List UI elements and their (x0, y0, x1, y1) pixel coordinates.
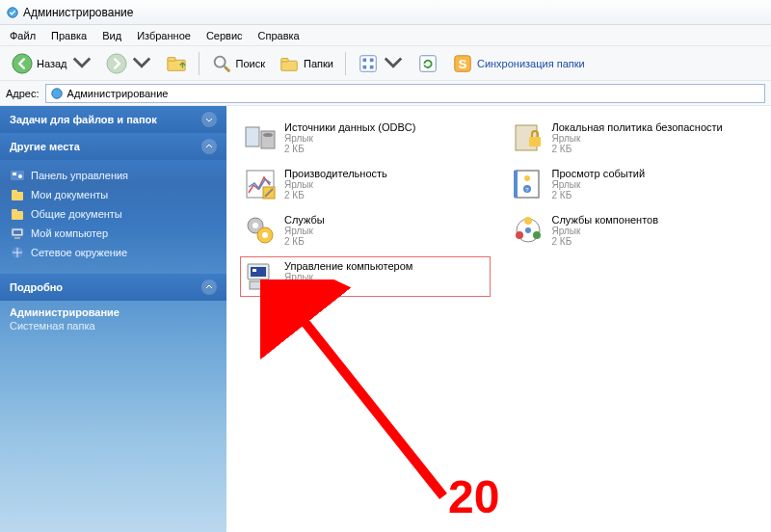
performance-icon (244, 168, 277, 200)
file-item-services[interactable]: Службы Ярлык 2 КБ (240, 210, 491, 251)
tasks-panel-header[interactable]: Задачи для файлов и папок (0, 106, 226, 133)
address-input[interactable]: Администрирование (45, 84, 765, 103)
places-panel-title: Другие места (10, 141, 80, 152)
svg-point-48 (525, 227, 531, 233)
svg-rect-35 (516, 171, 539, 198)
menu-help[interactable]: Справка (251, 27, 307, 44)
sidebar-item-label: Мой компьютер (31, 227, 108, 239)
file-type: Ярлык (284, 272, 412, 282)
file-item-component-services[interactable]: Службы компонентов Ярлык 2 КБ (508, 210, 758, 251)
file-size: 2 КБ (552, 144, 723, 154)
sidebar-item-my-computer[interactable]: Мой компьютер (10, 224, 217, 243)
sidebar-item-network[interactable]: Сетевое окружение (10, 243, 217, 262)
svg-point-1 (13, 53, 32, 72)
back-icon (12, 53, 33, 74)
forward-button[interactable] (100, 50, 158, 77)
svg-rect-12 (370, 65, 374, 68)
network-icon (10, 245, 25, 260)
toolbar: Назад Поиск Папки S Синхронизация папки (0, 46, 771, 81)
svg-rect-22 (12, 211, 23, 220)
svg-rect-11 (362, 65, 366, 68)
back-label: Назад (37, 58, 67, 69)
sidebar-item-label: Общие документы (31, 208, 122, 220)
file-item-security-policy[interactable]: Локальная политика безопасности Ярлык 2 … (508, 118, 758, 158)
svg-point-30 (263, 133, 273, 137)
svg-point-43 (262, 232, 268, 238)
forward-icon (106, 53, 127, 74)
menu-file[interactable]: Файл (2, 27, 43, 44)
admin-tools-icon (50, 87, 64, 100)
address-value: Администрирование (67, 88, 169, 99)
refresh-button[interactable] (412, 50, 444, 77)
svg-rect-20 (12, 192, 23, 200)
computer-management-icon (244, 260, 277, 293)
file-item-computer-management[interactable]: Управление компьютером Ярлык 2 КБ (240, 256, 491, 297)
svg-rect-9 (362, 58, 366, 62)
sidebar-item-shared-documents[interactable]: Общие документы (10, 204, 217, 224)
address-label: Адрес: (6, 88, 40, 99)
file-name: Локальная политика безопасности (552, 121, 723, 133)
sidebar: Задачи для файлов и папок Другие места П… (0, 106, 226, 532)
svg-rect-10 (370, 58, 374, 62)
file-item-performance[interactable]: Производительность Ярлык 2 КБ (240, 164, 491, 204)
menu-bar: Файл Правка Вид Избранное Сервис Справка (0, 25, 771, 46)
places-panel-header[interactable]: Другие места (0, 133, 226, 160)
odbc-icon (244, 121, 277, 154)
svg-rect-18 (13, 173, 16, 175)
svg-point-47 (533, 231, 541, 239)
file-type: Ярлык (284, 133, 415, 144)
file-item-odbc[interactable]: Источники данных (ODBC) Ярлык 2 КБ (240, 118, 491, 158)
file-name: Просмотр событий (552, 168, 646, 179)
menu-view[interactable]: Вид (94, 27, 129, 44)
svg-point-5 (214, 56, 225, 66)
file-item-event-viewer[interactable]: ? Просмотр событий Ярлык 2 КБ (508, 164, 758, 204)
admin-tools-icon (6, 6, 19, 19)
sidebar-item-label: Мои документы (31, 189, 108, 200)
svg-rect-25 (13, 230, 21, 234)
file-name: Источники данных (ODBC) (284, 121, 415, 133)
places-panel: Другие места Панель управления Мои докум… (0, 133, 226, 274)
svg-rect-52 (253, 269, 256, 272)
file-type: Ярлык (284, 179, 387, 190)
menu-favorites[interactable]: Избранное (129, 27, 199, 44)
svg-point-19 (18, 174, 22, 178)
svg-point-45 (524, 217, 532, 225)
file-name: Службы компонентов (552, 214, 659, 226)
up-button[interactable] (160, 50, 193, 77)
svg-point-2 (106, 53, 125, 72)
file-size: 2 КБ (284, 144, 415, 154)
file-type: Ярлык (552, 226, 659, 236)
svg-rect-7 (281, 58, 288, 62)
sidebar-item-control-panel[interactable]: Панель управления (10, 166, 217, 185)
search-label: Поиск (236, 58, 265, 69)
file-grid: Источники данных (ODBC) Ярлык 2 КБ Локал… (240, 118, 758, 297)
folder-up-icon (166, 53, 187, 74)
search-button[interactable]: Поиск (205, 50, 271, 77)
dropdown-icon (71, 53, 93, 74)
details-name: Администрирование (10, 306, 217, 320)
details-panel: Подробно Администрирование Системная пап… (0, 274, 226, 343)
chevron-up-icon (201, 279, 217, 295)
content-pane: Источники данных (ODBC) Ярлык 2 КБ Локал… (226, 106, 771, 532)
file-size: 2 КБ (284, 282, 412, 293)
places-panel-body: Панель управления Мои документы Общие до… (0, 160, 226, 274)
back-button[interactable]: Назад (6, 50, 98, 77)
control-panel-icon (10, 168, 25, 183)
event-viewer-icon: ? (512, 168, 545, 200)
sync-button[interactable]: S Синхронизация папки (446, 50, 591, 77)
folders-button[interactable]: Папки (273, 50, 339, 77)
title-bar: Администрирование (0, 0, 771, 25)
file-type: Ярлык (552, 179, 646, 190)
window-title: Администрирование (23, 6, 133, 19)
views-button[interactable] (352, 50, 410, 77)
details-panel-header[interactable]: Подробно (0, 274, 226, 301)
file-size: 2 КБ (552, 190, 646, 200)
file-type: Ярлык (284, 226, 325, 236)
sync-icon: S (452, 53, 473, 74)
sidebar-item-my-documents[interactable]: Мои документы (10, 185, 217, 204)
menu-edit[interactable]: Правка (43, 27, 94, 44)
tasks-panel-title: Задачи для файлов и папок (10, 114, 157, 125)
menu-tools[interactable]: Сервис (199, 27, 251, 44)
file-name: Службы (284, 214, 325, 226)
file-size: 2 КБ (284, 236, 325, 247)
